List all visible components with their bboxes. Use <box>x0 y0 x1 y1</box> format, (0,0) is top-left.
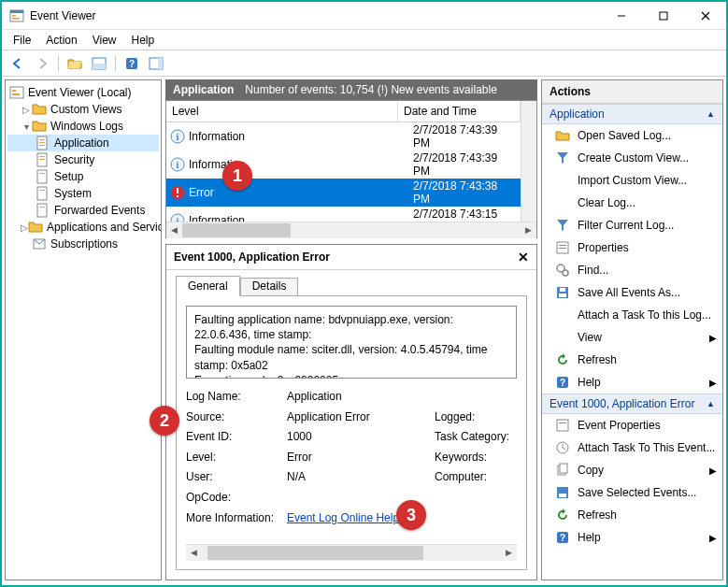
actions-section-event[interactable]: Event 1000, Application Error ▲ <box>542 394 722 414</box>
svg-rect-56 <box>557 420 568 431</box>
action-save-selected[interactable]: Save Selected Events... <box>542 481 722 504</box>
tree-app-services[interactable]: ▷ Applications and Services Logs <box>7 219 159 236</box>
forward-button[interactable] <box>32 53 52 74</box>
list-row[interactable]: iInformation2/7/2018 7:43:39 PM <box>166 150 521 179</box>
open-icon <box>555 128 570 143</box>
list-row[interactable]: Error2/7/2018 7:43:38 PM <box>166 179 521 207</box>
scroll-left-icon[interactable]: ◀ <box>166 222 182 238</box>
scroll-right-icon[interactable]: ▶ <box>501 545 517 561</box>
tree-application[interactable]: Application <box>7 135 159 151</box>
row-level: Information <box>189 214 413 222</box>
tree-system[interactable]: System <box>7 185 159 202</box>
save-icon <box>555 485 570 500</box>
action-properties[interactable]: Properties <box>542 236 722 259</box>
action-label: Copy <box>578 464 604 477</box>
info-icon: i <box>170 213 185 222</box>
action-attach-task-event[interactable]: Attach Task To This Event... <box>542 437 722 459</box>
close-detail-button[interactable]: ✕ <box>518 250 529 265</box>
svg-rect-18 <box>39 139 45 140</box>
subscriptions-icon <box>32 236 47 251</box>
action-label: Event Properties <box>578 419 661 432</box>
tree-security[interactable]: Security <box>7 151 159 168</box>
list-row[interactable]: iInformation2/7/2018 7:43:15 PM <box>166 207 521 222</box>
tree-forwarded[interactable]: Forwarded Events <box>7 202 159 219</box>
detail-horizontal-scrollbar[interactable]: ◀ ▶ <box>186 544 517 560</box>
tree-setup[interactable]: Setup <box>7 168 159 185</box>
properties-icon <box>555 240 570 255</box>
scroll-thumb[interactable] <box>182 223 291 237</box>
action-find[interactable]: Find... <box>542 259 722 281</box>
row-level: Error <box>189 186 413 199</box>
blank-icon <box>555 330 570 345</box>
tree-subscriptions[interactable]: Subscriptions <box>7 236 159 252</box>
window-title: Event Viewer <box>30 9 600 22</box>
action-filter-log[interactable]: Filter Current Log... <box>542 214 722 236</box>
scroll-right-icon[interactable]: ▶ <box>521 222 536 238</box>
scroll-thumb[interactable] <box>207 546 422 560</box>
scroll-track[interactable] <box>182 222 521 238</box>
svg-rect-28 <box>37 204 47 217</box>
action-refresh[interactable]: Refresh <box>542 349 722 371</box>
col-level[interactable]: Level <box>166 101 398 122</box>
action-label: Save All Events As... <box>578 286 680 299</box>
svg-rect-22 <box>39 156 45 157</box>
tree-pane: Event Viewer (Local) ▷ Custom Views ▾ Wi… <box>5 79 162 580</box>
open-button[interactable] <box>64 53 85 74</box>
action-label: Filter Current Log... <box>578 219 674 232</box>
tree-label: Subscriptions <box>50 237 118 251</box>
help-button[interactable]: ? <box>121 53 142 74</box>
expand-icon[interactable]: ▷ <box>21 105 32 115</box>
svg-rect-2 <box>12 15 16 17</box>
svg-text:?: ? <box>129 59 135 69</box>
log-icon <box>36 169 50 184</box>
action-save-all[interactable]: Save All Events As... <box>542 281 722 304</box>
tab-general[interactable]: General <box>176 276 240 296</box>
funnel-icon <box>555 218 570 233</box>
action-import-custom-view[interactable]: Import Custom View... <box>542 169 722 192</box>
collapse-icon[interactable]: ▲ <box>707 109 715 119</box>
actions-section-application[interactable]: Application ▲ <box>542 104 722 124</box>
action-copy[interactable]: Copy▶ <box>542 459 722 481</box>
list-row[interactable]: iInformation2/7/2018 7:43:39 PM <box>166 122 521 150</box>
action-help2[interactable]: ?Help▶ <box>542 526 722 549</box>
action-clear-log[interactable]: Clear Log... <box>542 192 722 214</box>
back-button[interactable] <box>7 53 28 74</box>
action-create-custom-view[interactable]: Create Custom View... <box>542 147 722 169</box>
info-icon: i <box>170 129 185 144</box>
menu-file[interactable]: File <box>6 32 38 49</box>
scroll-left-icon[interactable]: ◀ <box>186 545 202 561</box>
maximize-button[interactable] <box>642 2 684 29</box>
action-help[interactable]: ?Help▶ <box>542 371 722 394</box>
action-open-saved-log[interactable]: Open Saved Log... <box>542 124 722 147</box>
vertical-scrollbar[interactable] <box>521 101 536 222</box>
minimize-button[interactable] <box>600 2 642 29</box>
expand-icon[interactable]: ▷ <box>21 222 28 233</box>
close-button[interactable] <box>684 2 726 29</box>
menu-action[interactable]: Action <box>38 32 84 49</box>
collapse-icon[interactable]: ▲ <box>707 399 715 408</box>
tree-label: System <box>54 187 92 200</box>
row-datetime: 2/7/2018 7:43:39 PM <box>413 123 517 150</box>
tree-custom-views[interactable]: ▷ Custom Views <box>7 101 159 118</box>
collapse-icon[interactable]: ▾ <box>21 122 32 132</box>
col-datetime[interactable]: Date and Time <box>398 101 521 122</box>
actions-pane-button[interactable] <box>146 53 166 74</box>
tab-details[interactable]: Details <box>240 278 299 296</box>
refresh-icon <box>555 508 570 523</box>
menu-view[interactable]: View <box>85 32 124 49</box>
action-event-properties[interactable]: Event Properties <box>542 414 722 437</box>
svg-rect-15 <box>12 90 16 92</box>
details-pane-button[interactable] <box>89 53 109 74</box>
action-refresh2[interactable]: Refresh <box>542 504 722 526</box>
tree-root[interactable]: Event Viewer (Local) <box>7 84 159 101</box>
submenu-arrow-icon: ▶ <box>709 465 717 476</box>
tree-windows-logs[interactable]: ▾ Windows Logs <box>7 118 159 135</box>
scroll-track[interactable] <box>202 545 501 561</box>
menu-help[interactable]: Help <box>124 32 163 49</box>
horizontal-scrollbar[interactable]: ◀ ▶ <box>166 222 536 237</box>
toolbar-separator <box>115 55 116 72</box>
action-attach-task[interactable]: Attach a Task To this Log... <box>542 304 722 326</box>
action-view[interactable]: View▶ <box>542 326 722 349</box>
online-help-link[interactable]: Event Log Online Help <box>287 511 399 524</box>
svg-text:?: ? <box>560 533 565 543</box>
